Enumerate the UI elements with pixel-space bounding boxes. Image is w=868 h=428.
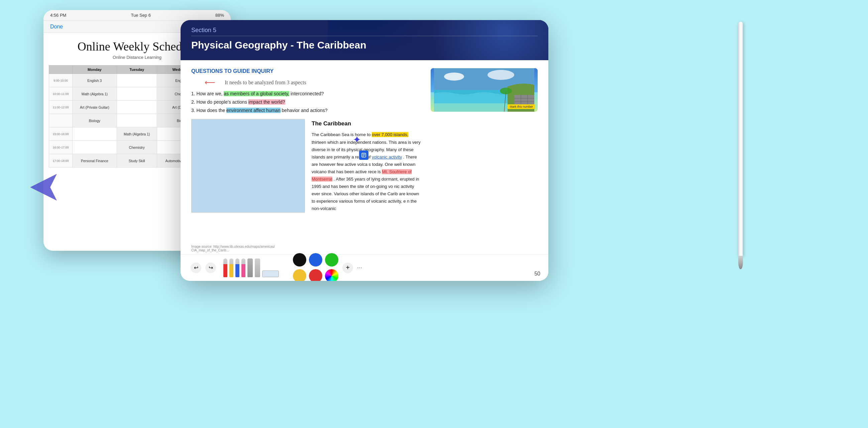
pen-yellow[interactable]: [229, 258, 234, 277]
geo-left-panel: QUESTIONS TO GUIDE INQUIRY ⟵ It needs to…: [191, 68, 423, 246]
color-red[interactable]: [309, 269, 322, 281]
pen-tools: [223, 258, 279, 277]
color-green[interactable]: [325, 253, 338, 267]
star-decoration: ✦: [353, 134, 361, 146]
pen-pink[interactable]: [241, 258, 245, 277]
highlight-islands: over 7,000 islands,: [372, 132, 408, 137]
apple-pencil: [737, 22, 744, 273]
date-display: Tue Sep 6: [131, 13, 151, 18]
col-tuesday: Tuesday: [117, 65, 157, 74]
volcanic-activity-link: volcanic activity: [372, 154, 402, 159]
svg-marker-0: [30, 174, 57, 201]
question-list: 1. How are we, as members of a global so…: [191, 90, 423, 115]
geo-right-panel: Mark this number ✦: [431, 68, 538, 246]
body-text-1: The Caribbean Sea is home to: [312, 132, 372, 137]
map-image: Caribbean Sea Scale 1:12,500,000: [191, 119, 305, 213]
section-divider: [191, 36, 538, 36]
svg-point-26: [500, 88, 512, 94]
geo-toolbar: ↩ ↪ + ···: [181, 254, 548, 281]
svg-rect-20: [514, 95, 534, 105]
undo-button[interactable]: ↩: [191, 263, 201, 273]
q2-before: 2. How do people's actions: [191, 99, 248, 105]
color-grid: [293, 253, 338, 281]
q3-highlight: environment affect human: [226, 108, 281, 113]
page-number: 50: [534, 271, 540, 277]
annotation-text: It needs to be analyzed from 3 aspects: [225, 80, 306, 86]
body-text-4: . After 365 years of lying dormant, erup…: [312, 177, 419, 211]
color-spectrum[interactable]: [325, 269, 338, 281]
marker-gray[interactable]: [247, 258, 253, 277]
annotation-row: ⟵ It needs to be analyzed from 3 aspects: [205, 78, 423, 87]
q1-num: 1. How are we,: [191, 91, 224, 96]
battery-display: 88%: [215, 13, 224, 18]
q1-after: interconnected?: [290, 91, 324, 96]
content-row: Caribbean Sea Scale 1:12,500,000 The Car…: [191, 119, 423, 213]
pencil-tip: [738, 256, 743, 269]
more-options-button[interactable]: ···: [357, 264, 362, 271]
pen-red[interactable]: [223, 258, 227, 277]
time-display: 4:56 PM: [50, 13, 66, 18]
color-blue[interactable]: [309, 253, 322, 267]
note-icon[interactable]: [359, 150, 369, 160]
done-button[interactable]: Done: [50, 24, 63, 30]
add-tool-button[interactable]: +: [342, 263, 353, 273]
col-monday: Monday: [72, 65, 117, 74]
list-item: 1. How are we, as members of a global so…: [191, 90, 423, 98]
beach-photo: Mark this number: [431, 68, 538, 112]
ruler-tool[interactable]: [262, 271, 279, 277]
geo-header: Section 5 Physical Geography - The Carib…: [181, 20, 548, 60]
blue-arrow-decoration: [30, 174, 57, 202]
svg-point-17: [444, 72, 464, 81]
color-black[interactable]: [293, 253, 306, 267]
section-label: Section 5: [191, 27, 538, 34]
status-bar: 4:56 PM Tue Sep 6 88%: [43, 10, 231, 21]
color-yellow[interactable]: [293, 269, 306, 281]
q3-after: behavior and actions?: [282, 108, 328, 113]
list-item: 3. How does the environment affect human…: [191, 106, 423, 115]
section-title: Physical Geography - The Caribbean: [191, 39, 538, 51]
redo-button[interactable]: ↪: [205, 263, 216, 273]
text-content: The Caribbean The Caribbean Sea is home …: [312, 119, 423, 213]
image-source: Image source: http://www.lib.utexas.edu/…: [191, 245, 275, 252]
list-item: 2. How do people's actions impact the wo…: [191, 98, 423, 106]
ipad-geography[interactable]: Section 5 Physical Geography - The Carib…: [181, 20, 548, 281]
caribbean-body: The Caribbean Sea is home to over 7,000 …: [312, 131, 423, 212]
pencil-body: [738, 22, 743, 256]
q3-before: 3. How does the: [191, 108, 226, 113]
mark-label: Mark this number: [507, 104, 535, 109]
arrow-icon: ⟵: [205, 78, 215, 87]
marker-light[interactable]: [255, 258, 260, 277]
q1-highlight: as members of a global society,: [224, 91, 289, 96]
map-container: Caribbean Sea Scale 1:12,500,000: [191, 119, 305, 213]
caribbean-heading: The Caribbean: [312, 119, 423, 129]
questions-title: QUESTIONS TO GUIDE INQUIRY: [191, 68, 423, 74]
svg-point-18: [488, 70, 514, 80]
pen-blue[interactable]: [236, 258, 239, 277]
col-time: [49, 65, 72, 74]
q2-highlight: impact the world?: [248, 99, 285, 105]
